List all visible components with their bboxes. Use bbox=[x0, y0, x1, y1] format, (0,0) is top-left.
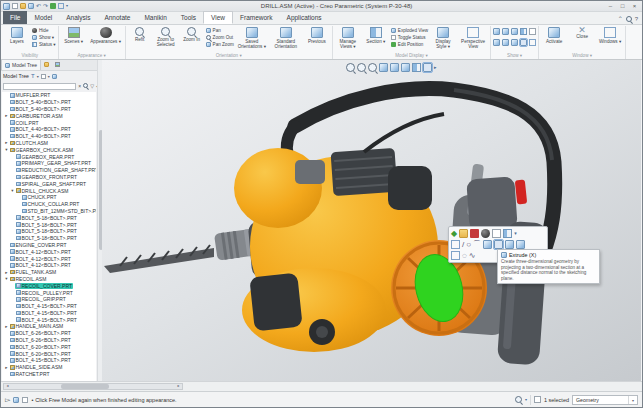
show-button[interactable]: Show ▾ bbox=[32, 35, 56, 40]
chamfer-tool-icon[interactable] bbox=[483, 240, 492, 249]
zoom-in-button[interactable]: Zoom In bbox=[180, 26, 204, 42]
more-caret-icon[interactable]: ▾ bbox=[514, 229, 517, 238]
previous-button[interactable]: Previous bbox=[304, 26, 330, 44]
regenerate-icon[interactable] bbox=[50, 3, 56, 9]
tree-item[interactable]: RECOIL_COVER.PRT bbox=[2, 282, 96, 289]
tree-item[interactable]: BOLT_4-40<BOLT>.PRT bbox=[2, 126, 96, 133]
tree-item[interactable]: BOLT_4-15<BOLT>.PRT bbox=[2, 316, 96, 323]
navigator-tab-model-tree[interactable]: Model Tree bbox=[1, 59, 41, 70]
exploded-view-button[interactable]: Exploded View bbox=[391, 28, 428, 33]
minimize-icon[interactable]: – bbox=[605, 2, 616, 10]
sweep-tool-icon[interactable] bbox=[516, 240, 525, 249]
tree-item[interactable]: COIL.PRT bbox=[2, 119, 96, 126]
tree-item[interactable]: BOLT_5-18<BOLT>.PRT bbox=[2, 235, 96, 242]
app-logo-icon[interactable] bbox=[3, 3, 10, 10]
combo-caret-icon[interactable]: ▾ bbox=[628, 396, 637, 404]
perspective-view-button[interactable]: Perspective View bbox=[458, 26, 488, 49]
collapse-ribbon-icon[interactable]: ⌃ bbox=[618, 15, 623, 22]
tree-item[interactable]: BOLT_4-12<BOLT>.PRT bbox=[2, 262, 96, 269]
box-select-icon[interactable] bbox=[22, 397, 28, 403]
arc-tool-icon[interactable]: ⌒ bbox=[473, 240, 481, 249]
scenes-button[interactable]: Scenes ▾ bbox=[61, 26, 87, 44]
annotation-display-icon[interactable] bbox=[423, 63, 432, 72]
section-icon[interactable] bbox=[412, 63, 421, 72]
graphics-area[interactable]: ▸ ◆ ▾ / ○ ⌒ bbox=[102, 60, 641, 381]
refit-button[interactable]: Refit bbox=[128, 26, 152, 42]
tree-item[interactable]: CHUCK.PRT bbox=[2, 194, 96, 201]
manage-views-button[interactable]: Manage Views ▾ bbox=[335, 26, 361, 49]
tree-item[interactable]: BOLT_5-40<BOLT>.PRT bbox=[2, 106, 96, 113]
zoom-out-icon[interactable] bbox=[368, 63, 377, 72]
tree-item[interactable]: ▸ HANDLE_SIDE.ASM bbox=[2, 364, 96, 371]
pan-zoom-button[interactable]: Pan Zoom bbox=[206, 42, 234, 47]
rectangle-tool-icon[interactable] bbox=[451, 240, 460, 249]
tree-item[interactable]: BOLT_4-40<BOLT>.PRT bbox=[2, 133, 96, 140]
maximize-icon[interactable]: □ bbox=[617, 2, 628, 10]
tree-item[interactable]: ▸ HANDLE_MAIN.ASM bbox=[2, 323, 96, 330]
tree-item[interactable]: ▾ RECOIL.ASM bbox=[2, 276, 96, 283]
tree-settings-icon[interactable]: T bbox=[31, 73, 35, 79]
smart-filter-icon[interactable] bbox=[13, 397, 19, 403]
tree-settings-caret-icon[interactable]: ▾ bbox=[37, 74, 39, 79]
new-file-icon[interactable] bbox=[12, 3, 18, 9]
list-tool-icon[interactable] bbox=[492, 229, 501, 238]
find-icon[interactable] bbox=[83, 83, 88, 88]
tab-manikin[interactable]: Manikin bbox=[137, 11, 173, 24]
tree-item[interactable]: BOLT_6-26<BOLT>.PRT bbox=[2, 330, 96, 337]
tree-item[interactable]: BOLT_5-40<BOLT>.PRT bbox=[2, 99, 96, 106]
tree-item[interactable]: BOLT_5-18<BOLT>.PRT bbox=[2, 214, 96, 221]
window-icon[interactable] bbox=[58, 3, 64, 9]
filter-icon[interactable]: ▽ bbox=[90, 83, 94, 89]
scroll-thumb[interactable] bbox=[61, 384, 109, 389]
tab-applications[interactable]: Applications bbox=[280, 11, 329, 24]
tree-item[interactable]: RECOIL_GRIP.PRT bbox=[2, 296, 96, 303]
csys-display-icon[interactable] bbox=[511, 28, 518, 35]
selection-filter-combobox[interactable]: Geometry ▾ bbox=[572, 395, 638, 405]
navigator-tab-favorites[interactable] bbox=[52, 59, 63, 70]
tree-item[interactable]: BOLT_5-18<BOLT>.PRT bbox=[2, 228, 96, 235]
tree-item[interactable]: ▸ FUEL_TANK.ASM bbox=[2, 269, 96, 276]
appearance-sphere-icon[interactable] bbox=[481, 229, 490, 238]
tree-item[interactable]: STD_BIT_12MM<STD_BIT>.PRT bbox=[2, 208, 96, 215]
tree-item[interactable]: CHUCK_COLLAR.PRT bbox=[2, 201, 96, 208]
clipboard-icon[interactable] bbox=[534, 396, 541, 403]
tree-item[interactable]: ▸ CARBURETOR.ASM bbox=[2, 112, 96, 119]
redo-icon[interactable]: ↷ bbox=[43, 3, 48, 9]
tree-item[interactable]: REDUCTION_GEAR_SHAFT.PRT bbox=[2, 167, 96, 174]
status-button[interactable]: Status ▾ bbox=[32, 42, 56, 47]
point-display-icon[interactable] bbox=[502, 28, 509, 35]
save-icon[interactable] bbox=[28, 3, 34, 9]
offset-tool-icon[interactable] bbox=[451, 251, 460, 260]
extrude-tool-icon[interactable] bbox=[494, 240, 503, 249]
windows-button[interactable]: Windows ▾ bbox=[597, 26, 623, 44]
plane-display-icon[interactable] bbox=[520, 28, 527, 35]
tree-item[interactable]: ▾ GEARBOX_CHUCK.ASM bbox=[2, 146, 96, 153]
clear-search-icon[interactable]: × bbox=[78, 83, 81, 89]
tab-framework[interactable]: Framework bbox=[233, 11, 280, 24]
refit-icon[interactable] bbox=[346, 63, 355, 72]
tab-analysis[interactable]: Analysis bbox=[59, 11, 97, 24]
spline-tool-icon[interactable]: ∿ bbox=[469, 251, 476, 260]
tree-item[interactable]: BOLT_4-12<BOLT>.PRT bbox=[2, 248, 96, 255]
circle-tool-icon[interactable]: ○ bbox=[466, 240, 471, 249]
exploded-view-icon[interactable] bbox=[401, 63, 410, 72]
display-style-icon[interactable] bbox=[390, 63, 399, 72]
open-file-icon[interactable] bbox=[20, 3, 26, 9]
zoom-to-selected-button[interactable]: Zoom to Selected bbox=[154, 26, 178, 47]
tree-item[interactable]: ENGINE_COVER.PRT bbox=[2, 242, 96, 249]
tree-search-input[interactable] bbox=[3, 83, 76, 90]
annotation-display-icon[interactable] bbox=[529, 28, 536, 35]
scroll-left-icon[interactable]: ◂ bbox=[4, 383, 11, 390]
silhouette-edges-icon[interactable] bbox=[529, 39, 536, 46]
hide-button[interactable]: Hide bbox=[32, 28, 56, 33]
tree-item[interactable]: ▾ DRILL_CHUCK.ASM bbox=[2, 187, 96, 194]
appearances-button[interactable]: Appearances ▾ bbox=[89, 26, 123, 44]
tab-view[interactable]: View bbox=[203, 11, 233, 24]
activate-button[interactable]: Activate bbox=[541, 26, 567, 44]
named-views-icon[interactable] bbox=[379, 63, 388, 72]
tree-item[interactable]: ▸ CLUTCH.ASM bbox=[2, 140, 96, 147]
spin-center-icon[interactable] bbox=[493, 39, 500, 46]
tree-item[interactable]: BOLT_4-15<BOLT>.PRT bbox=[2, 303, 96, 310]
tab-model[interactable]: Model bbox=[27, 11, 59, 24]
tab-file[interactable]: File bbox=[3, 11, 27, 24]
